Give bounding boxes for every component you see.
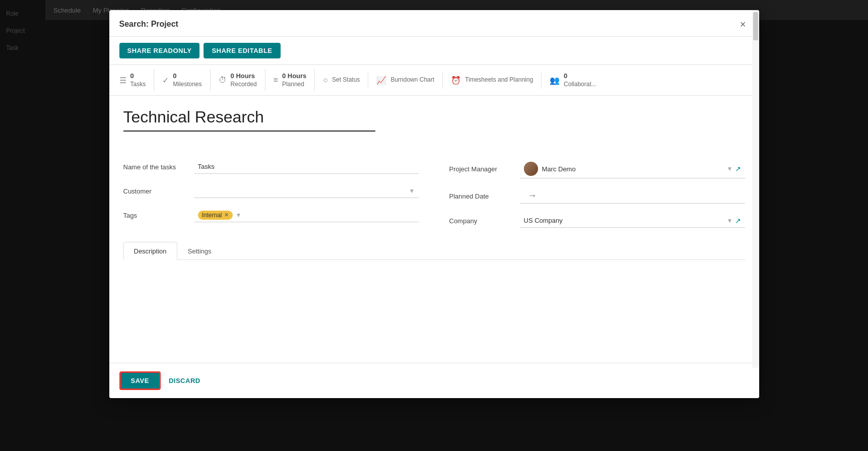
company-field[interactable]: US Company ▼ ↗ xyxy=(520,214,745,228)
form-row-tags: Tags Internal ✕ ▼ xyxy=(123,208,419,222)
hours-recorded-icon: ⏱ xyxy=(219,76,227,85)
hours-planned-number: 0 Hours xyxy=(282,72,306,81)
hours-recorded-label: Recorded xyxy=(231,81,257,89)
form-row-name: Name of the tasks Tasks xyxy=(123,160,419,174)
modal-overlay: Search: Project × SHARE READONLY SHARE E… xyxy=(0,0,868,451)
planned-date-arrow-icon: → xyxy=(528,190,537,201)
company-external-link-icon[interactable]: ↗ xyxy=(735,217,741,225)
share-editable-button[interactable]: SHARE EDITABLE xyxy=(204,43,280,58)
company-label: Company xyxy=(449,217,520,225)
stats-bar: ☰ 0 Tasks ✓ 0 Milestones ⏱ 0 Hours Recor… xyxy=(109,65,759,96)
modal-title: Search: Project xyxy=(119,20,178,29)
manager-avatar xyxy=(524,162,538,176)
form-row-planned-date: Planned Date → xyxy=(449,188,745,204)
scrollbar-thumb xyxy=(753,12,758,40)
modal-header: Search: Project × xyxy=(109,10,759,37)
form-row-manager: Project Manager Marc Demo ▼ ↗ xyxy=(449,160,745,178)
timesheets-icon: ⏰ xyxy=(451,76,461,85)
hours-planned-label: Planned xyxy=(282,81,306,89)
burndown-label: Burndown Chart xyxy=(390,76,434,84)
customer-field[interactable]: ▼ xyxy=(194,184,419,198)
milestones-icon: ✓ xyxy=(162,76,169,85)
name-tasks-value: Tasks xyxy=(198,163,415,170)
modal-close-button[interactable]: × xyxy=(737,18,749,30)
planned-date-row-content: → xyxy=(524,190,541,201)
set-status-icon: ○ xyxy=(323,76,328,85)
manager-name: Marc Demo xyxy=(542,165,576,173)
tasks-label: Tasks xyxy=(130,81,146,89)
stat-hours-planned[interactable]: ≡ 0 Hours Planned xyxy=(265,69,315,91)
hours-recorded-number: 0 Hours xyxy=(231,72,257,81)
tags-field[interactable]: Internal ✕ ▼ xyxy=(194,208,419,222)
planned-date-label: Planned Date xyxy=(449,192,520,200)
modal-content: Technical Research Name of the tasks Tas… xyxy=(109,96,759,363)
scrollbar-track xyxy=(752,10,759,368)
stat-collaborators[interactable]: 👥 0 Collaborat... xyxy=(542,69,605,91)
manager-field-content: Marc Demo xyxy=(524,162,725,176)
manager-external-link-icon[interactable]: ↗ xyxy=(735,165,741,173)
tasks-icon: ☰ xyxy=(119,76,126,85)
project-title-wrapper: Technical Research xyxy=(123,108,745,146)
tags-dropdown-arrow: ▼ xyxy=(236,212,242,219)
tag-internal-text: Internal xyxy=(202,212,222,219)
tab-description-content xyxy=(123,260,745,351)
stat-burndown[interactable]: 📈 Burndown Chart xyxy=(368,73,443,88)
stat-timesheets[interactable]: ⏰ Timesheets and Planning xyxy=(443,73,542,88)
tabs-container: Description Settings xyxy=(123,242,745,260)
form-grid: Name of the tasks Tasks Customer ▼ xyxy=(123,160,745,228)
set-status-label: Set Status xyxy=(332,76,360,84)
share-readonly-button[interactable]: SHARE READONLY xyxy=(119,43,200,58)
stat-tasks[interactable]: ☰ 0 Tasks xyxy=(119,69,155,91)
name-tasks-field[interactable]: Tasks xyxy=(194,160,419,174)
planned-date-field[interactable]: → xyxy=(520,188,745,204)
name-tasks-label: Name of the tasks xyxy=(123,163,194,171)
company-dropdown-arrow: ▼ xyxy=(727,217,733,224)
manager-dropdown-arrow: ▼ xyxy=(727,165,733,172)
form-row-customer: Customer ▼ xyxy=(123,184,419,198)
form-row-company: Company US Company ▼ ↗ xyxy=(449,214,745,228)
timesheets-label: Timesheets and Planning xyxy=(465,76,533,84)
collaborators-number: 0 xyxy=(564,72,596,81)
collaborators-label: Collaborat... xyxy=(564,81,596,89)
tab-settings[interactable]: Settings xyxy=(177,242,222,260)
tag-internal-remove[interactable]: ✕ xyxy=(224,212,229,218)
modal-scrollbar[interactable] xyxy=(752,10,759,368)
stat-milestones[interactable]: ✓ 0 Milestones xyxy=(154,69,210,91)
tags-label: Tags xyxy=(123,212,194,219)
hours-planned-icon: ≡ xyxy=(274,76,278,85)
tag-internal-badge: Internal ✕ xyxy=(198,211,233,220)
milestones-label: Milestones xyxy=(173,81,202,89)
burndown-icon: 📈 xyxy=(376,76,386,85)
customer-label: Customer xyxy=(123,187,194,195)
stat-set-status[interactable]: ○ Set Status xyxy=(315,73,368,88)
collaborators-icon: 👥 xyxy=(550,76,560,85)
company-value: US Company xyxy=(524,217,725,224)
form-right-column: Project Manager Marc Demo ▼ ↗ xyxy=(449,160,745,228)
share-buttons-bar: SHARE READONLY SHARE EDITABLE xyxy=(109,37,759,65)
discard-button[interactable]: DISCARD xyxy=(169,377,201,384)
milestones-number: 0 xyxy=(173,72,202,81)
form-left-column: Name of the tasks Tasks Customer ▼ xyxy=(123,160,419,228)
customer-dropdown-arrow: ▼ xyxy=(409,187,415,195)
manager-avatar-img xyxy=(524,162,538,176)
save-button[interactable]: SAVE xyxy=(119,371,161,390)
tasks-number: 0 xyxy=(130,72,146,81)
stat-hours-recorded[interactable]: ⏱ 0 Hours Recorded xyxy=(211,69,265,91)
project-manager-field[interactable]: Marc Demo ▼ ↗ xyxy=(520,160,745,178)
modal-footer: SAVE DISCARD xyxy=(109,363,759,398)
modal-dialog: Search: Project × SHARE READONLY SHARE E… xyxy=(109,10,759,398)
project-manager-label: Project Manager xyxy=(449,165,520,173)
project-title: Technical Research xyxy=(123,108,375,132)
tab-description[interactable]: Description xyxy=(123,242,177,260)
